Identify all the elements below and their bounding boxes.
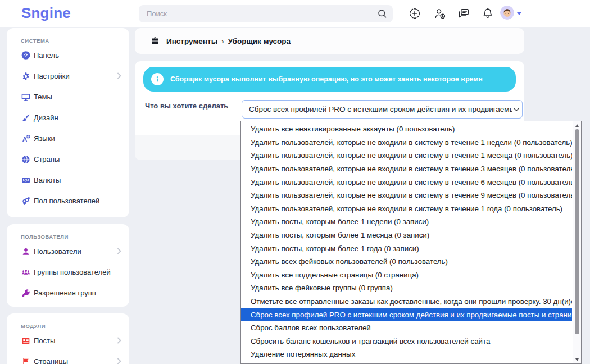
users-group-icon <box>21 268 30 277</box>
dropdown-option-label: Удалить все неактивированные аккаунты (0… <box>251 125 455 133</box>
topbar: Sngine <box>0 0 590 27</box>
sidebar-item-languages[interactable]: Языки <box>7 128 129 149</box>
dropdown-option[interactable]: Удалить все поддельные страницы (0 стран… <box>241 269 572 282</box>
dropdown-option-label: Удалить пользователей, которые не входил… <box>251 151 572 160</box>
dropdown-option[interactable]: Очистка неиспользуемых файлов (0-й файл,… <box>241 361 572 363</box>
dropdown-option[interactable]: Удалить посты, которым более 1 года (0 з… <box>241 242 572 255</box>
sidebar-item-label: Разрешения групп <box>34 289 96 297</box>
dropdown-option[interactable]: Удалить пользователей, которые не входил… <box>241 162 572 176</box>
form-label: Что вы хотите сделать <box>145 102 228 110</box>
messages-icon[interactable] <box>457 7 470 20</box>
toolbox-icon <box>151 37 160 46</box>
section-title: МОДУЛИ <box>7 318 129 330</box>
brand-logo[interactable]: Sngine <box>21 4 71 22</box>
sidebar-item-label: Темы <box>34 93 52 101</box>
dropdown-option-label: Удалить все поддельные страницы (0 стран… <box>251 271 419 279</box>
sidebar-item-label: Панель <box>34 51 59 60</box>
chevron-right-icon <box>117 337 121 344</box>
sidebar-item-label: Настройки <box>34 72 70 80</box>
banknote-icon <box>21 176 30 185</box>
search-box <box>139 5 393 22</box>
dropdown-option-label: Удалить пользователей, которые не входил… <box>251 138 572 147</box>
sidebar-item-countries[interactable]: Страны <box>7 149 129 170</box>
brush-icon <box>21 113 30 122</box>
scroll-up-icon[interactable] <box>575 124 579 127</box>
info-alert: Сборщик мусора выполнит выбранную операц… <box>143 67 516 92</box>
section-title: ПОЛЬЗОВАТЕЛИ <box>7 229 129 241</box>
select-chevron-icon <box>513 107 520 112</box>
dropdown-option[interactable]: Отметьте все отправленные заказы как дос… <box>241 295 572 308</box>
avatar[interactable] <box>500 6 514 20</box>
search-icon[interactable] <box>376 8 388 19</box>
dropdown-option[interactable]: Удалить пользователей, которые не входил… <box>241 175 572 189</box>
sidebar-item-user-genders[interactable]: Пол пользователей <box>7 190 129 211</box>
select-dropdown: Удалить все неактивированные аккаунты (0… <box>240 121 582 364</box>
sidebar-item-currencies[interactable]: Валюты <box>7 170 129 190</box>
dropdown-option-label: Удалить пользователей, которые не входил… <box>251 204 562 213</box>
breadcrumb: Инструменты › Уборщик мусора <box>151 37 291 46</box>
dropdown-option-label: Удаление потерянных данных <box>251 350 355 358</box>
key-icon <box>21 289 30 298</box>
sidebar-section-system: СИСТЕМА Панель Настройки Темы Дизайн Язы… <box>7 28 129 217</box>
notifications-icon[interactable] <box>482 7 494 20</box>
sidebar-item-label: Дизайн <box>34 113 58 122</box>
sidebar-section-modules: МОДУЛИ Посты Страницы <box>7 313 129 364</box>
scroll-down-icon[interactable] <box>575 358 579 361</box>
operation-select[interactable]: Сброс всех профилей PRO с истекшим сроко… <box>242 100 523 119</box>
add-user-icon[interactable] <box>434 7 446 20</box>
dropdown-option[interactable]: Удалить все неактивированные аккаунты (0… <box>241 122 572 136</box>
dropdown-option[interactable]: Удалить всех фейковых пользователей (0 п… <box>241 255 572 269</box>
sidebar-item-group-permissions[interactable]: Разрешения групп <box>7 283 129 303</box>
alert-text: Сборщик мусора выполнит выбранную операц… <box>170 75 483 83</box>
dropdown-option[interactable]: Удалить все фейковые группы (0 группа) <box>241 281 572 295</box>
scrollbar-thumb[interactable] <box>575 129 579 334</box>
select-value: Сброс всех профилей PRO с истекшим сроко… <box>249 105 512 113</box>
sidebar-item-themes[interactable]: Темы <box>7 87 129 107</box>
dropdown-option-label: Удалить всех фейковых пользователей (0 п… <box>251 257 448 266</box>
gauge-icon <box>21 51 30 60</box>
flag-icon <box>21 357 30 364</box>
dropdown-option-label: Сбросить баланс кошельков и транзакций в… <box>251 337 490 345</box>
caret-down-icon[interactable] <box>517 12 521 15</box>
dropdown-option[interactable]: Удалить пользователей, которые не входил… <box>241 189 572 202</box>
sidebar-item-label: Пользователи <box>34 247 81 256</box>
dropdown-option-label: Удалить посты, которым более 1 недели (0… <box>251 217 429 226</box>
sidebar-item-user-groups[interactable]: Группы пользователей <box>7 262 129 283</box>
user-icon <box>21 247 30 256</box>
search-input[interactable] <box>139 5 393 22</box>
dropdown-option[interactable]: Удаление потерянных данных <box>241 348 572 361</box>
dropdown-option[interactable]: Сброс всех профилей PRO с истекшим сроко… <box>241 308 572 321</box>
info-icon <box>151 73 164 85</box>
sidebar-item-label: Языки <box>34 134 55 143</box>
dropdown-scrollbar[interactable] <box>573 121 581 363</box>
dropdown-option[interactable]: Сбросить баланс кошельков и транзакций в… <box>241 335 572 348</box>
dropdown-option[interactable]: Сброс баллов всех пользователей <box>241 321 572 335</box>
sidebar-item-settings[interactable]: Настройки <box>7 66 129 87</box>
dropdown-option[interactable]: Удалить посты, которым более 1 недели (0… <box>241 215 572 229</box>
sidebar-item-users[interactable]: Пользователи <box>7 241 129 262</box>
dropdown-option-label: Сброс баллов всех пользователей <box>251 324 371 332</box>
dropdown-option-label: Сброс всех профилей PRO с истекшим сроко… <box>251 311 572 319</box>
page-header-card: Инструменты › Уборщик мусора <box>135 28 524 54</box>
dropdown-option[interactable]: Удалить пользователей, которые не входил… <box>241 136 572 149</box>
sidebar-item-label: Посты <box>34 336 55 345</box>
dropdown-option-label: Удалить пользователей, которые не входил… <box>251 191 572 199</box>
dropdown-option-label: Удалить все фейковые группы (0 группа) <box>251 284 393 292</box>
dropdown-option-label: Удалить пользователей, которые не входил… <box>251 178 572 186</box>
sidebar-item-pages[interactable]: Страницы <box>7 351 129 364</box>
dropdown-option[interactable]: Удалить пользователей, которые не входил… <box>241 202 572 216</box>
dropdown-option-label: Удалить посты, которым более 1 года (0 з… <box>251 244 419 253</box>
sidebar-item-label: Группы пользователей <box>34 268 111 276</box>
globe-icon <box>21 155 30 164</box>
sidebar-item-design[interactable]: Дизайн <box>7 107 129 128</box>
dropdown-option[interactable]: Удалить посты, которым более 1 месяца (0… <box>241 229 572 242</box>
sidebar-item-label: Страны <box>34 155 60 163</box>
translate-icon <box>21 134 30 143</box>
sidebar-item-posts[interactable]: Посты <box>7 330 129 351</box>
add-post-icon[interactable] <box>409 7 421 20</box>
breadcrumb-section: Инструменты <box>166 37 217 46</box>
dropdown-option-label: Удалить пользователей, которые не входил… <box>251 165 572 173</box>
sidebar-item-dashboard[interactable]: Панель <box>7 45 129 66</box>
dropdown-option[interactable]: Удалить пользователей, которые не входил… <box>241 149 572 162</box>
gender-icon <box>21 197 30 206</box>
